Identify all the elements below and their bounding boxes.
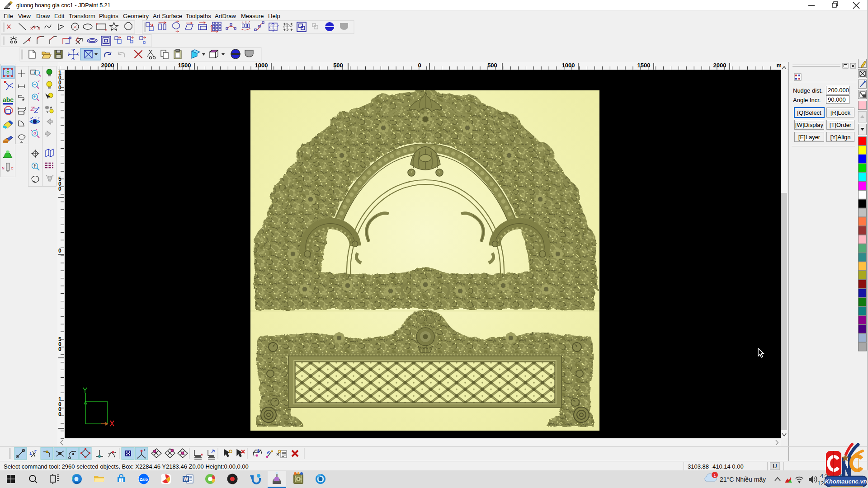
svg-text:0: 0: [58, 346, 61, 352]
svg-text:Zalo: Zalo: [140, 477, 148, 482]
svg-text:y: y: [137, 456, 138, 459]
svg-text:Khomaucnc.vn: Khomaucnc.vn: [825, 478, 867, 485]
svg-text:C: C: [11, 166, 14, 170]
svg-text:21°C Nhiều mây: 21°C Nhiều mây: [720, 476, 766, 483]
svg-text:0: 0: [418, 62, 421, 69]
svg-text:1000: 1000: [562, 62, 575, 69]
svg-text:z: z: [144, 448, 146, 451]
svg-text:0: 0: [58, 84, 61, 91]
svg-text:W: W: [184, 476, 189, 482]
svg-text:500: 500: [487, 62, 497, 69]
svg-text:abc: abc: [3, 96, 14, 103]
svg-text:0: 0: [58, 248, 61, 254]
svg-text:1500: 1500: [178, 62, 191, 69]
svg-text:0: 0: [58, 411, 61, 418]
svg-text:N: N: [2, 166, 5, 170]
svg-text:x: x: [145, 456, 146, 459]
svg-text:2000: 2000: [713, 62, 726, 69]
svg-text:1000: 1000: [255, 62, 268, 69]
svg-text:0: 0: [58, 186, 61, 192]
svg-text:1500: 1500: [637, 62, 651, 69]
svg-text:1: 1: [713, 473, 716, 478]
svg-text:2000: 2000: [101, 62, 114, 69]
svg-text:500: 500: [333, 62, 343, 69]
